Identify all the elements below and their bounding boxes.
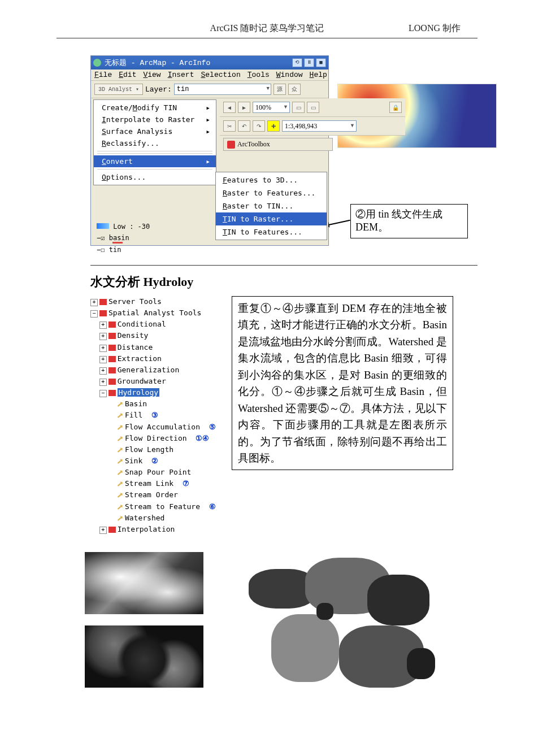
right-toolbars: ◄ ► 100% ▭ ▭ 🔒 ✂ ↶ ↷ ✚ 1:3,498,943 <box>220 98 405 151</box>
expand-icon[interactable]: + <box>99 356 107 363</box>
app-icon <box>93 59 101 67</box>
submenu-item[interactable]: Features to 3D... <box>216 173 327 186</box>
step-marker: ③ <box>151 411 158 419</box>
submenu-item[interactable]: Raster to TIN... <box>216 199 327 212</box>
pause-button[interactable]: ⏸ <box>304 58 314 67</box>
tool-stream-link[interactable]: Stream Link <box>125 479 173 488</box>
menu-item-surface-analysis[interactable]: Surface Analysis▸ <box>94 125 216 137</box>
table-of-contents[interactable]: Low : -30 −☑ basin −☐ tin <box>97 223 210 254</box>
basin-patch <box>316 603 333 620</box>
arctoolbox-tree[interactable]: +Server Tools−Spatial Analyst Tools +Con… <box>90 296 220 535</box>
expand-icon[interactable]: − <box>99 390 107 397</box>
tool-sink[interactable]: Sink <box>125 457 142 465</box>
tool-watershed[interactable]: Watershed <box>125 514 164 522</box>
layer-basin[interactable]: basin <box>109 234 129 242</box>
tool-icon <box>116 411 124 420</box>
tool-icon <box>116 502 124 511</box>
stop-button[interactable]: ■ <box>316 58 326 67</box>
tool-stream-to-feature[interactable]: Stream to Feature <box>125 502 200 511</box>
gray-dem-thumbnail <box>85 552 203 614</box>
menu-item-reclassify-[interactable]: Reclassify... <box>94 137 216 149</box>
tool-icon-2[interactable]: ▭ <box>307 102 319 113</box>
arctoolbox-header[interactable]: ArcToolbox <box>223 138 333 151</box>
expand-icon[interactable]: + <box>99 379 107 386</box>
tool-fill[interactable]: Fill <box>125 411 142 419</box>
tree-node-hydrology[interactable]: Hydrology <box>118 388 159 397</box>
menu-item[interactable]: View <box>143 71 160 79</box>
menu-item[interactable]: Help <box>310 71 327 79</box>
undo-icon[interactable]: ↶ <box>238 120 250 132</box>
3d-analyst-menu[interactable]: Create/Modify TIN▸Interpolate to Raster▸… <box>93 99 216 185</box>
tool-flow-length[interactable]: Flow Length <box>125 445 173 454</box>
nav-forward-button[interactable]: ► <box>238 102 250 113</box>
submenu-item[interactable]: TIN to Raster... <box>216 212 327 225</box>
tool-icon <box>116 468 124 477</box>
convert-submenu[interactable]: Features to 3D...Raster to Features...Ra… <box>215 172 327 240</box>
lock-icon[interactable]: 🔒 <box>389 102 402 113</box>
playback-button[interactable]: ⟲ <box>292 58 302 67</box>
toolbox-icon <box>227 141 235 149</box>
menu-item[interactable]: Edit <box>119 71 136 79</box>
expand-icon[interactable]: + <box>99 367 107 375</box>
tool-stream-order[interactable]: Stream Order <box>125 490 178 499</box>
redo-icon[interactable]: ↷ <box>253 120 265 132</box>
color-ramp-icon <box>97 223 109 229</box>
menu-item[interactable]: Insert <box>168 71 194 79</box>
expand-icon[interactable]: − <box>90 310 98 318</box>
expand-icon[interactable]: + <box>99 321 107 329</box>
cut-icon[interactable]: ✂ <box>223 120 236 132</box>
scale-combo[interactable]: 1:3,498,943 <box>282 120 357 132</box>
expand-icon[interactable]: + <box>99 333 107 340</box>
zoom-combo[interactable]: 100% <box>253 102 290 113</box>
tool-flow-accumulation[interactable]: Flow Accumulation <box>125 423 200 431</box>
tool-icon[interactable]: ▭ <box>292 102 305 113</box>
toolbox-icon <box>108 356 116 362</box>
step-marker: ② <box>151 457 158 465</box>
layer-combo[interactable]: tin <box>174 84 271 95</box>
step-marker: ⑦ <box>183 479 189 488</box>
menu-item[interactable]: File <box>94 71 112 79</box>
toolbox-icon <box>108 333 116 339</box>
collapse-icon[interactable]: − <box>97 246 101 254</box>
step-marker: ①④ <box>196 434 209 442</box>
expand-icon[interactable]: + <box>90 299 98 306</box>
menu-item-options-[interactable]: Options... <box>94 171 216 183</box>
tool-flow-direction[interactable]: Flow Direction <box>125 434 187 442</box>
menu-item[interactable]: Selection <box>201 71 240 79</box>
collapse-icon[interactable]: − <box>97 234 101 242</box>
menu-item[interactable]: Tools <box>248 71 270 79</box>
menu-item-convert[interactable]: Convert▸ <box>94 155 216 167</box>
basin-patch <box>407 648 435 679</box>
add-data-icon[interactable]: ✚ <box>267 120 280 132</box>
menu-item[interactable]: Window <box>276 71 303 79</box>
menubar[interactable]: FileEditViewInsertSelectionToolsWindowHe… <box>91 69 328 81</box>
window-titlebar[interactable]: 无标题 - ArcMap - ArcInfo ⟲ ⏸ ■ <box>91 56 328 69</box>
tool-basin[interactable]: Basin <box>125 399 147 408</box>
toolbox-icon <box>108 379 116 385</box>
expand-icon[interactable]: + <box>99 527 107 534</box>
tool-icon <box>116 514 124 522</box>
header-left: ArcGIS 随时记 菜鸟学习笔记 <box>210 23 324 33</box>
submenu-item[interactable]: Raster to Features... <box>216 186 327 199</box>
basin-map <box>237 552 441 693</box>
callout-arrow <box>328 220 350 225</box>
submenu-item[interactable]: TIN to Features... <box>216 225 327 238</box>
section-rule <box>90 265 477 266</box>
tool-icon <box>116 400 124 409</box>
nav-back-button[interactable]: ◄ <box>223 102 236 113</box>
layers-icon-2[interactable]: 众 <box>288 84 301 95</box>
menu-item-interpolate-to-raster[interactable]: Interpolate to Raster▸ <box>94 114 216 125</box>
tool-snap-pour-point[interactable]: Snap Pour Point <box>125 468 191 476</box>
toolbox-icon <box>108 390 116 396</box>
layer-tin[interactable]: tin <box>109 246 121 254</box>
toolbox-icon <box>99 299 107 305</box>
expand-icon[interactable]: + <box>99 345 107 352</box>
callout-box: ②用 tin 线文件生成 DEM。 <box>350 204 468 238</box>
arctoolbox-label: ArcToolbox <box>237 140 270 149</box>
menu-item-create-modify-tin[interactable]: Create/Modify TIN▸ <box>94 102 216 114</box>
layers-icon[interactable]: 源 <box>273 84 286 95</box>
header-rule <box>57 38 477 38</box>
3d-analyst-dropdown[interactable]: 3D Analyst ▾ <box>94 84 143 95</box>
toolbar-3danalyst[interactable]: 3D Analyst ▾ Layer: tin 源 众 <box>91 81 328 98</box>
toolbox-icon <box>108 321 116 328</box>
